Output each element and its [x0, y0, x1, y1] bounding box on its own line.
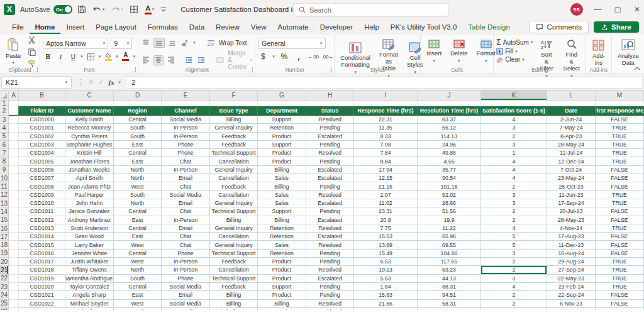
decrease-indent-button[interactable] [184, 55, 194, 65]
cell-E17[interactable]: Chat [162, 233, 210, 241]
cell-K23[interactable]: 4 [481, 283, 547, 291]
cell-E9[interactable]: In-Person [162, 166, 210, 174]
cell-M18[interactable]: FALSE [596, 241, 644, 249]
cell-J10[interactable]: 90.54 [418, 174, 481, 182]
sort-filter-button[interactable]: AZ Sort & Filter ▾ [536, 38, 556, 80]
cell-D16[interactable]: Central [114, 224, 162, 233]
cell-K3[interactable]: 4 [481, 116, 547, 124]
cell-B16[interactable]: CSD1013 [19, 224, 65, 233]
qat-overflow-button[interactable] [160, 6, 167, 13]
cell-C15[interactable]: Anthony Martinez [65, 216, 114, 224]
confirm-entry-button[interactable]: ✓ [98, 78, 104, 86]
cell-B9[interactable]: CSD1006 [19, 166, 65, 174]
format-as-table-button[interactable]: Format as Table ▾ [376, 38, 401, 80]
cell-C25[interactable]: Michael Snyder [65, 300, 114, 308]
cell-B22[interactable]: CSD1019 [19, 275, 65, 283]
menu-tab-developer[interactable]: Developer [314, 20, 358, 34]
row-header-26[interactable]: 26 [0, 308, 9, 310]
cell-B26[interactable]: CSD1023 [19, 308, 65, 310]
cell-C10[interactable]: April Smith [65, 174, 114, 182]
cell-F12[interactable]: Cancellation [210, 191, 258, 199]
cell-M23[interactable]: TRUE [596, 283, 644, 291]
cell-A[interactable] [9, 275, 19, 283]
row-header-14[interactable]: 14 [0, 207, 9, 216]
cell-H14[interactable]: Pending [306, 207, 354, 216]
cell-L20[interactable]: 29-Aug-24 [547, 258, 596, 266]
cell-M15[interactable]: FALSE [596, 216, 644, 224]
cell-H15[interactable]: Escalated [306, 216, 354, 224]
cell-D6[interactable]: East [114, 141, 162, 149]
excel-logo-icon[interactable]: X [4, 4, 15, 15]
font-name-select[interactable]: Aptos Narrow ▾ [43, 38, 108, 49]
paste-button[interactable]: Paste ▾ [3, 36, 24, 67]
cell-G19[interactable]: Retention [258, 250, 306, 258]
cell-F5[interactable]: Feedback [210, 133, 258, 141]
table-header-E[interactable]: Channel [162, 106, 210, 116]
cell-B13[interactable]: CSD1010 [19, 199, 65, 207]
row-header-22[interactable]: 22 [0, 275, 9, 283]
cell-E19[interactable]: Phone [162, 250, 210, 258]
menu-tab-automate[interactable]: Automate [272, 20, 314, 34]
cell-I21[interactable]: 10.13 [354, 266, 418, 274]
cell-H19[interactable]: Pending [306, 250, 354, 258]
dialog-launcher-icon[interactable] [248, 67, 253, 72]
cell-E15[interactable]: In-Person [162, 216, 210, 224]
column-header-J[interactable]: J [418, 91, 481, 100]
cell-A[interactable] [9, 174, 19, 182]
cell-H4[interactable]: Pending [306, 124, 354, 132]
cell-J6[interactable]: 24.96 [418, 141, 481, 149]
cell-J19[interactable]: 104.66 [418, 250, 481, 258]
cell-G25[interactable]: Billing [258, 300, 306, 308]
cell-H7[interactable]: Resolved [306, 149, 354, 157]
column-headers[interactable]: ABCDEFGHIJKLM [0, 91, 644, 101]
table-header-M[interactable]: First Response Met [596, 106, 644, 116]
undo-button[interactable]: ▾ [92, 6, 105, 14]
cell-B25[interactable]: CSD1022 [19, 300, 65, 308]
cell-M19[interactable]: FALSE [596, 250, 644, 258]
cell-F7[interactable]: Technical Support [210, 149, 258, 157]
cell-M16[interactable]: TRUE [596, 224, 644, 233]
cell-M4[interactable]: TRUE [596, 124, 644, 132]
cell-C16[interactable]: Scott Anderson [65, 224, 114, 233]
cell-H13[interactable]: Escalated [306, 199, 354, 207]
cell-L18[interactable]: 11-Dec-23 [547, 241, 596, 249]
row-header-16[interactable]: 16 [0, 224, 9, 233]
row-header-6[interactable]: 6 [0, 141, 9, 149]
cell-M9[interactable]: FALSE [596, 166, 644, 174]
cell-K13[interactable]: 3 [481, 199, 547, 207]
cell-K10[interactable]: 4 [481, 174, 547, 182]
analyze-data-button[interactable]: Analyze Data [614, 38, 642, 68]
cell-J8[interactable]: 4.55 [418, 157, 481, 165]
dialog-launcher-icon[interactable] [33, 67, 38, 72]
cell-L25[interactable]: 6-Nov-23 [547, 300, 596, 308]
cell-B18[interactable]: CSD1015 [19, 241, 65, 249]
cell-L21[interactable]: 27-Sep-24 [547, 266, 596, 274]
cell-M11[interactable]: FALSE [596, 182, 644, 190]
cell-K7[interactable]: 1 [481, 149, 547, 157]
cell-D17[interactable]: East [114, 233, 162, 241]
cell-L3[interactable]: 2-Jun-24 [547, 116, 596, 124]
cell-C26[interactable]: Michael Terry [65, 308, 114, 310]
cell-J9[interactable]: 35.77 [418, 166, 481, 174]
cell-D11[interactable]: West [114, 182, 162, 190]
select-all-corner[interactable] [0, 91, 9, 100]
cell-I13[interactable]: 11.02 [354, 199, 418, 207]
name-box[interactable]: K21 ▾ [1, 76, 72, 89]
column-header-K[interactable]: K [481, 91, 547, 100]
cell-I12[interactable]: 2.07 [354, 191, 418, 199]
cell-D10[interactable]: North [114, 174, 162, 182]
italic-button[interactable]: I [55, 52, 65, 62]
collapse-ribbon-button[interactable] [634, 66, 640, 71]
cell-B23[interactable]: CSD1020 [19, 283, 65, 291]
cell-J23[interactable]: 88.31 [418, 283, 481, 291]
cell-D14[interactable]: Central [114, 207, 162, 216]
cell-M22[interactable]: TRUE [596, 275, 644, 283]
menu-tab-insert[interactable]: Insert [60, 20, 90, 34]
cell-F24[interactable]: Billing [210, 291, 258, 299]
cell-A[interactable] [9, 166, 19, 174]
cell-E10[interactable]: Email [162, 174, 210, 182]
cell-I6[interactable]: 7.08 [354, 141, 418, 149]
column-header-C[interactable]: C [65, 91, 114, 100]
cell-J15[interactable]: 19.9 [418, 216, 481, 224]
cell-H23[interactable]: Pending [306, 283, 354, 291]
